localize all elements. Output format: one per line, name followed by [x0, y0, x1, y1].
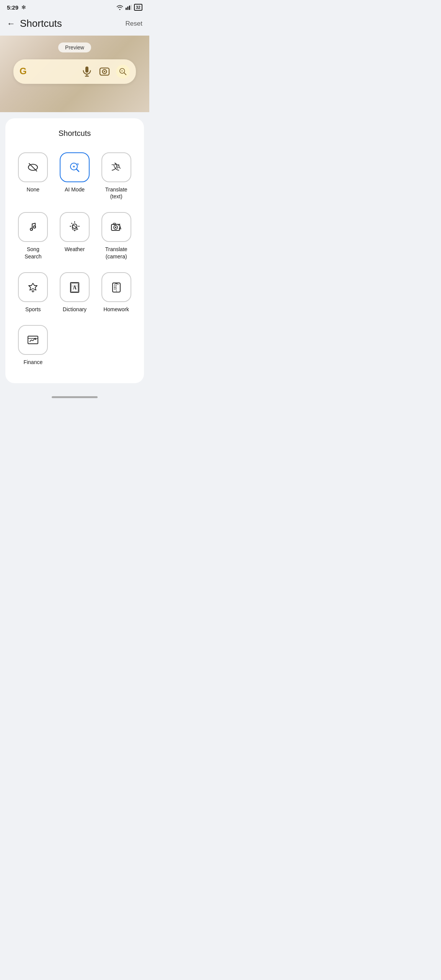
ai-mode-label: AI Mode [65, 186, 85, 193]
translate-text-icon-box: 文 A [101, 152, 131, 182]
reset-button[interactable]: Reset [126, 20, 142, 28]
svg-line-27 [72, 223, 72, 224]
card-title: Shortcuts [13, 129, 136, 138]
song-search-icon [26, 220, 40, 234]
shortcuts-grid: None AI Mode 文 A [13, 149, 136, 371]
homework-label: Homework [103, 306, 129, 313]
preview-banner: Preview G [0, 36, 149, 112]
page-title: Shortcuts [20, 18, 62, 29]
finance-icon-box [18, 325, 48, 355]
ai-search-button[interactable] [116, 65, 130, 78]
weather-icon-box [60, 212, 90, 242]
shortcut-dictionary[interactable]: A Dictionary [55, 268, 95, 318]
shortcut-song-search[interactable]: SongSearch [13, 208, 53, 265]
translate-camera-icon: A [109, 220, 123, 234]
shortcut-translate-camera[interactable]: A Translate(camera) [96, 208, 136, 265]
ai-mode-icon-box [60, 152, 90, 182]
svg-rect-4 [85, 67, 88, 73]
shortcut-homework[interactable]: Homework [96, 268, 136, 318]
svg-rect-1 [127, 7, 128, 10]
weather-label: Weather [65, 246, 85, 253]
svg-rect-3 [131, 5, 132, 10]
svg-rect-2 [129, 6, 130, 10]
home-indicator[interactable] [52, 396, 98, 398]
translate-text-icon: 文 A [109, 160, 123, 174]
svg-point-22 [72, 224, 77, 229]
svg-text:A: A [117, 163, 121, 170]
status-bar: 5:29 ✻ 32 [0, 0, 149, 13]
none-icon-box [18, 152, 48, 182]
search-bar-preview[interactable]: G [13, 59, 136, 84]
svg-point-31 [115, 227, 116, 228]
status-time: 5:29 [7, 4, 18, 11]
svg-line-11 [124, 73, 126, 75]
preview-label: Preview [58, 42, 91, 52]
none-icon [26, 160, 40, 174]
song-search-label: SongSearch [24, 246, 41, 260]
bottom-bar [0, 389, 149, 407]
song-search-icon-box [18, 212, 48, 242]
homework-icon-box [101, 272, 131, 302]
homework-icon [109, 280, 123, 294]
svg-text:A: A [119, 226, 121, 230]
status-icons: 32 [116, 4, 142, 11]
shortcut-ai-mode[interactable]: AI Mode [55, 149, 95, 205]
dictionary-label: Dictionary [63, 306, 87, 313]
translate-text-label: Translate(text) [105, 186, 127, 200]
sports-icon-box [18, 272, 48, 302]
mic-icon[interactable] [81, 65, 93, 78]
translate-camera-label: Translate(camera) [105, 246, 127, 260]
finance-label: Finance [23, 359, 42, 366]
weather-icon [68, 220, 82, 234]
none-label: None [27, 186, 39, 193]
svg-point-9 [104, 71, 105, 72]
translate-camera-icon-box: A [101, 212, 131, 242]
shortcut-finance[interactable]: Finance [13, 321, 53, 371]
google-logo: G [20, 66, 31, 77]
svg-text:A: A [73, 285, 77, 291]
back-button[interactable]: ← [7, 19, 15, 29]
ai-mode-icon [68, 160, 82, 174]
svg-point-20 [30, 228, 33, 230]
wifi-icon [116, 5, 123, 10]
svg-rect-41 [28, 336, 38, 344]
shortcut-sports[interactable]: Sports [13, 268, 53, 318]
sports-label: Sports [25, 306, 41, 313]
dictionary-icon-box: A [60, 272, 90, 302]
sports-icon [26, 280, 40, 294]
finance-icon [26, 333, 40, 347]
battery-indicator: 32 [134, 4, 142, 11]
svg-point-21 [33, 226, 36, 228]
signal-icon [126, 5, 132, 10]
app-bar: ← Shortcuts Reset [0, 13, 149, 36]
dictionary-icon: A [68, 280, 82, 294]
svg-line-28 [77, 229, 78, 229]
svg-line-15 [76, 169, 79, 172]
shortcut-translate-text[interactable]: 文 A Translate(text) [96, 149, 136, 205]
shortcut-weather[interactable]: Weather [55, 208, 95, 265]
camera-search-icon[interactable] [98, 65, 111, 78]
svg-rect-0 [126, 8, 127, 10]
fan-icon: ✻ [21, 4, 26, 10]
shortcut-none[interactable]: None [13, 149, 53, 205]
svg-point-16 [77, 163, 79, 165]
shortcuts-card: Shortcuts None AI Mode [5, 118, 144, 383]
